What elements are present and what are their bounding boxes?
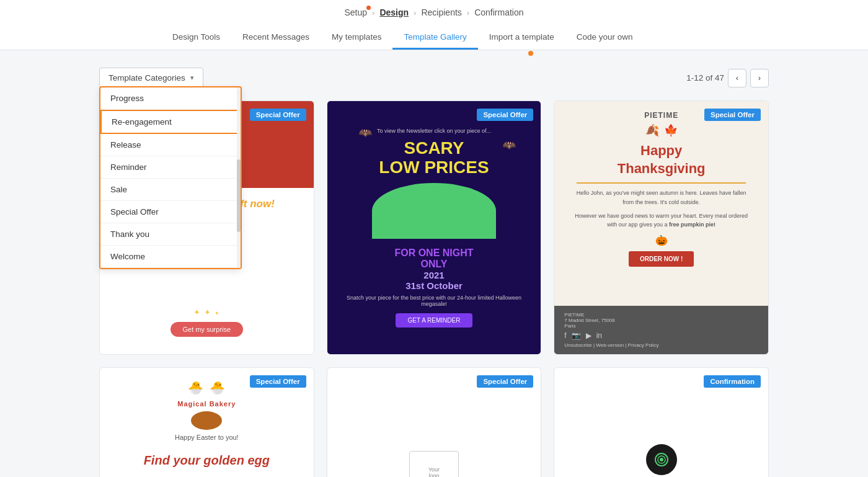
breadcrumb-confirmation[interactable]: Confirmation [474, 7, 523, 17]
linkedin-icon: in [596, 331, 602, 340]
get-surprise-button[interactable]: Get my surprise [170, 322, 244, 337]
tab-recent-messages[interactable]: Recent Messages [231, 26, 321, 50]
halloween-cta-button[interactable]: GET A REMINDER [396, 313, 473, 328]
bakery-logo: Magical Bakery [177, 400, 236, 408]
pagination-prev-button[interactable]: ‹ [728, 69, 746, 87]
dropdown-item-reminder[interactable]: Reminder [100, 156, 241, 179]
easter-icon-2: 🐣 [210, 380, 225, 395]
breadcrumb: Setup › Design › Recipients › Confirmati… [344, 7, 523, 26]
arrow-icon-1: › [372, 8, 374, 17]
halloween-title: SCARYLOW PRICES [379, 139, 489, 177]
facebook-icon: f [564, 331, 566, 340]
thanksgiving-body1: Hello John, as you've might seen autumn … [564, 189, 758, 207]
logo-placeholder: Yourlogohere [409, 451, 459, 477]
easter-title: Find your golden egg [144, 453, 270, 468]
tab-design-tools[interactable]: Design Tools [161, 26, 231, 50]
pumpkin-icon: 🎃 [655, 234, 668, 246]
template-card-halloween[interactable]: Special Offer To view the Newsletter cli… [327, 100, 542, 355]
halloween-desc: Snatch your piece for the best price wit… [340, 295, 529, 307]
dropdown-item-release[interactable]: Release [100, 134, 241, 156]
thanksgiving-footer: PIETIME 7 Madrid Street, 75008 Paris f 📷… [554, 306, 768, 354]
top-navigation: Setup › Design › Recipients › Confirmati… [0, 0, 868, 50]
card-content-thanksgiving: PIETIME 🍂 🍁 HappyThanksgiving Hello John… [554, 101, 768, 354]
arrow-icon-2: › [414, 8, 416, 17]
dropdown-item-special-offer[interactable]: Special Offer [100, 201, 241, 223]
card-badge-gin: Special Offer [250, 109, 306, 121]
card-badge-thanksgiving: Special Offer [704, 109, 761, 121]
thanksgiving-header: PIETIME 🍂 🍁 HappyThanksgiving Hello John… [554, 101, 768, 306]
dropdown-item-thank-you[interactable]: Thank you [100, 223, 241, 246]
breadcrumb-setup[interactable]: Setup [344, 7, 367, 17]
footer-social-icons: f 📷 ▶ in [564, 331, 758, 340]
template-card-echoes[interactable]: Confirmation ECHOES SOUND PERFECTION [554, 367, 769, 477]
chevron-down-icon: ▾ [190, 74, 194, 82]
easter-greeting: Happy Easter to you! [175, 434, 239, 441]
dropdown-item-reengagement[interactable]: Re-engagement [100, 110, 241, 134]
instagram-icon: 📷 [572, 331, 581, 340]
echoes-logo [646, 444, 677, 475]
footer-city: Paris [564, 323, 758, 329]
dropdown-scrollbar [237, 87, 241, 268]
bat-icon-2: 🦇 [502, 138, 516, 152]
dropdown-item-welcome[interactable]: Welcome [100, 246, 241, 268]
order-now-button[interactable]: ORDER NOW ! [629, 251, 694, 267]
thanksgiving-title: HappyThanksgiving [564, 142, 758, 177]
leaf-icon-2: 🍁 [664, 123, 678, 137]
halloween-sub: FOR ONE NIGHTONLY [394, 247, 473, 270]
halloween-preview-text: To view the Newsletter click on your pie… [377, 128, 491, 134]
tab-template-gallery[interactable]: Template Gallery [392, 26, 477, 50]
card-badge-special2: Special Offer [477, 375, 533, 388]
tab-my-templates[interactable]: My templates [321, 26, 392, 50]
thanksgiving-inner: PIETIME 🍂 🍁 HappyThanksgiving Hello John… [554, 101, 768, 354]
arrow-icon-3: › [467, 8, 469, 17]
thanksgiving-body2: However we have good news to warm your h… [564, 212, 758, 230]
dropdown-item-sale[interactable]: Sale [100, 179, 241, 201]
card-content-halloween: To view the Newsletter click on your pie… [327, 101, 541, 354]
easter-icon-1: 🐣 [188, 380, 203, 395]
footer-links: Unsubscribe | Web-version | Privacy Poli… [564, 342, 758, 348]
filter-row: Template Categories ▾ 1-12 of 47 ‹ › [99, 68, 769, 88]
dropdown-scrollbar-thumb [237, 159, 241, 231]
template-categories-dropdown[interactable]: Template Categories ▾ [99, 68, 203, 88]
footer-address: 7 Madrid Street, 75008 [564, 318, 758, 323]
dropdown-label: Template Categories [108, 73, 185, 82]
dropdown-menu: Progress Re-engagement Release Reminder … [99, 86, 242, 269]
svg-point-2 [660, 458, 663, 461]
pagination-info: 1-12 of 47 ‹ › [686, 69, 769, 87]
thanksgiving-divider [577, 182, 746, 184]
footer-name: PIETIME [564, 312, 758, 318]
card-badge-halloween: Special Offer [477, 109, 533, 121]
card-badge-easter: Special Offer [250, 375, 306, 388]
easter-icons: 🐣 🐣 [188, 380, 225, 395]
template-card-special2[interactable]: Special Offer Yourlogohere [327, 367, 542, 477]
dropdown-item-progress[interactable]: Progress [100, 87, 241, 110]
leaf-icon-1: 🍂 [645, 123, 659, 137]
halloween-inner: To view the Newsletter click on your pie… [327, 101, 541, 354]
bakery-icon [191, 411, 222, 430]
template-card-thanksgiving[interactable]: Special Offer PIETIME 🍂 🍁 HappyThanksgiv… [554, 100, 769, 355]
breadcrumb-recipients[interactable]: Recipients [421, 7, 461, 17]
breadcrumb-design[interactable]: Design [379, 7, 409, 17]
bat-icon-1: 🦇 [358, 126, 372, 140]
tab-navigation: Design Tools Recent Messages My template… [62, 26, 806, 50]
youtube-icon: ▶ [586, 331, 591, 340]
halloween-blob [372, 183, 496, 239]
main-content: Template Categories ▾ 1-12 of 47 ‹ › Pro… [0, 50, 868, 477]
page-count: 1-12 of 47 [686, 73, 724, 82]
halloween-date: 202131st October [405, 270, 463, 291]
template-card-easter[interactable]: Special Offer 🐣 🐣 Magical Bakery Happy E… [99, 367, 314, 477]
tab-code-your-own[interactable]: Code your own [565, 26, 644, 50]
tab-import-template[interactable]: Import a template [478, 26, 565, 50]
pagination-next-button[interactable]: › [750, 69, 769, 87]
card-badge-echoes: Confirmation [704, 375, 761, 388]
echoes-soundwave-icon [653, 451, 670, 468]
